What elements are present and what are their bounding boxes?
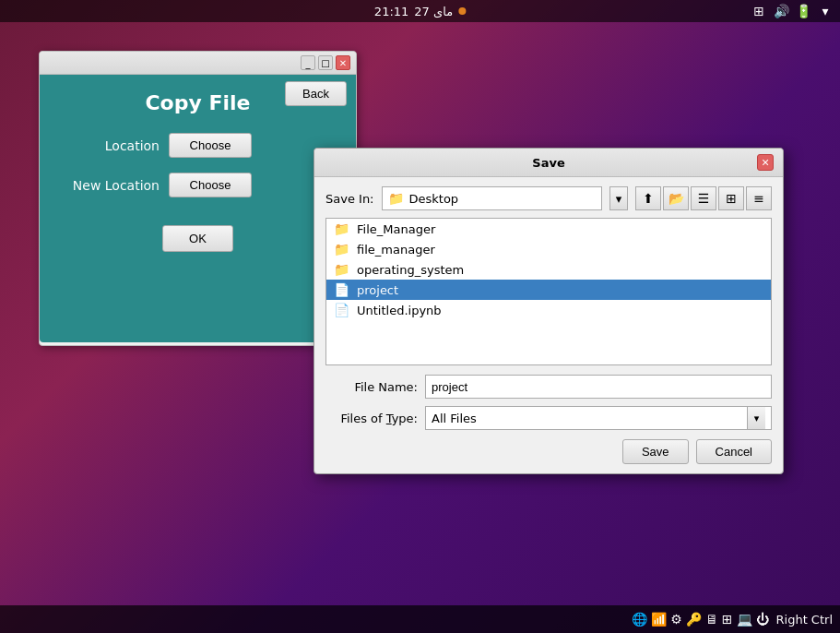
save-in-value: Desktop xyxy=(409,192,597,206)
new-folder-button[interactable]: 📂 xyxy=(663,186,689,210)
folder-icon: 📁 xyxy=(334,262,349,277)
save-in-dropdown-button[interactable]: ▾ xyxy=(609,186,628,210)
list-item[interactable]: 📁 File_Manager xyxy=(326,219,771,239)
file-name: operating_system xyxy=(357,263,464,277)
save-in-combo[interactable]: 📁 Desktop xyxy=(382,186,603,210)
taskbar-bottom: 🌐 📶 ⚙ 🔑 🖥 ⊞ 💻 ⏻ Right Ctrl xyxy=(0,605,840,633)
save-in-label: Save In: xyxy=(325,192,374,206)
files-of-type-arrow[interactable]: ▾ xyxy=(747,407,765,429)
settings-icon[interactable]: ⚙ xyxy=(670,612,682,627)
volume-icon[interactable]: 🔊 xyxy=(772,4,790,18)
list-item[interactable]: 📄 Untitled.ipynb xyxy=(326,300,771,320)
save-dialog-titlebar: Save ✕ xyxy=(314,149,783,177)
save-dialog-title: Save xyxy=(340,156,757,170)
list-item-selected[interactable]: 📄 project xyxy=(326,280,771,300)
file-name-input[interactable] xyxy=(425,375,772,399)
new-location-label: New Location xyxy=(58,178,160,193)
file-icon: 📄 xyxy=(334,303,349,317)
close-button[interactable]: ✕ xyxy=(336,55,350,70)
ok-button[interactable]: OK xyxy=(162,225,233,252)
files-of-type-row: Files of Type: All Files ▾ xyxy=(325,406,772,430)
save-dialog-close-button[interactable]: ✕ xyxy=(757,154,774,171)
key-icon[interactable]: 🔑 xyxy=(686,612,702,627)
new-location-row: New Location Choose xyxy=(58,173,337,197)
save-button[interactable]: Save xyxy=(622,439,689,464)
save-dialog-body: Save In: 📁 Desktop ▾ ⬆ 📂 ☰ ⊞ ≡ 📁 File_Ma… xyxy=(314,177,783,473)
location-choose-button[interactable]: Choose xyxy=(169,133,252,158)
location-label: Location xyxy=(58,138,160,153)
network-icon-bottom[interactable]: 🌐 xyxy=(632,612,647,627)
system-tray-top: ⊞ 🔊 🔋 ▾ xyxy=(750,4,840,18)
power-icon[interactable]: ⏻ xyxy=(756,612,769,627)
file-name-row: File Name: xyxy=(325,375,772,399)
save-in-row: Save In: 📁 Desktop ▾ ⬆ 📂 ☰ ⊞ ≡ xyxy=(325,186,772,210)
display-icon[interactable]: 🖥 xyxy=(705,612,718,627)
system-tray-bottom: 🌐 📶 ⚙ 🔑 🖥 ⊞ 💻 ⏻ xyxy=(632,612,768,627)
copy-file-title: Copy File xyxy=(145,91,250,114)
file-name: file_manager xyxy=(357,243,435,257)
list-item[interactable]: 📁 file_manager xyxy=(326,239,771,259)
terminal-icon[interactable]: 💻 xyxy=(737,612,752,627)
files-of-type-label: Files of Type: xyxy=(325,412,418,425)
wifi-icon[interactable]: 📶 xyxy=(651,612,667,627)
back-button[interactable]: Back xyxy=(285,81,347,106)
files-of-type-value: All Files xyxy=(432,412,477,425)
cancel-button[interactable]: Cancel xyxy=(696,439,772,464)
details-view-button[interactable]: ≡ xyxy=(746,186,772,210)
list-item[interactable]: 📁 operating_system xyxy=(326,259,771,280)
maximize-button[interactable]: □ xyxy=(318,55,333,70)
copy-file-titlebar: _ □ ✕ xyxy=(40,52,356,75)
copy-file-body: Back Copy File Location Choose New Locat… xyxy=(40,75,356,342)
file-name: File_Manager xyxy=(357,222,435,236)
copy-file-window: _ □ ✕ Back Copy File Location Choose New… xyxy=(39,51,357,346)
file-icon: 📄 xyxy=(334,282,349,297)
location-row: Location Choose xyxy=(58,133,337,158)
file-name: Untitled.ipynb xyxy=(357,304,442,317)
new-location-choose-button[interactable]: Choose xyxy=(169,173,252,197)
file-name-label: File Name: xyxy=(325,380,418,394)
clock: 21:11 27 مای xyxy=(374,5,466,18)
save-dialog: Save ✕ Save In: 📁 Desktop ▾ ⬆ 📂 ☰ ⊞ ≡ 📁 … xyxy=(314,148,784,474)
right-ctrl-label: Right Ctrl xyxy=(776,613,834,627)
apps-icon[interactable]: ⊞ xyxy=(722,612,733,627)
files-of-type-select[interactable]: All Files ▾ xyxy=(425,406,772,430)
save-bottom-form: File Name: Files of Type: All Files ▾ xyxy=(325,375,772,430)
menu-icon[interactable]: ▾ xyxy=(816,4,834,18)
desktop-folder-icon: 📁 xyxy=(388,191,404,206)
up-folder-button[interactable]: ⬆ xyxy=(635,186,661,210)
network-icon[interactable]: ⊞ xyxy=(750,4,768,18)
time-display: 21:11 xyxy=(374,5,408,18)
notification-dot xyxy=(458,7,466,15)
file-name: project xyxy=(357,283,398,297)
grid-view-button[interactable]: ⊞ xyxy=(718,186,744,210)
save-toolbar: ⬆ 📂 ☰ ⊞ ≡ xyxy=(635,186,772,210)
folder-icon: 📁 xyxy=(334,221,349,236)
battery-icon[interactable]: 🔋 xyxy=(794,4,812,18)
minimize-button[interactable]: _ xyxy=(301,55,315,70)
folder-icon: 📁 xyxy=(334,242,349,257)
list-view-button[interactable]: ☰ xyxy=(691,186,716,210)
date-display: 27 مای xyxy=(414,5,453,18)
file-list[interactable]: 📁 File_Manager 📁 file_manager 📁 operatin… xyxy=(325,218,772,365)
taskbar-top: 21:11 27 مای ⊞ 🔊 🔋 ▾ xyxy=(0,0,840,22)
save-action-buttons: Save Cancel xyxy=(325,439,772,464)
